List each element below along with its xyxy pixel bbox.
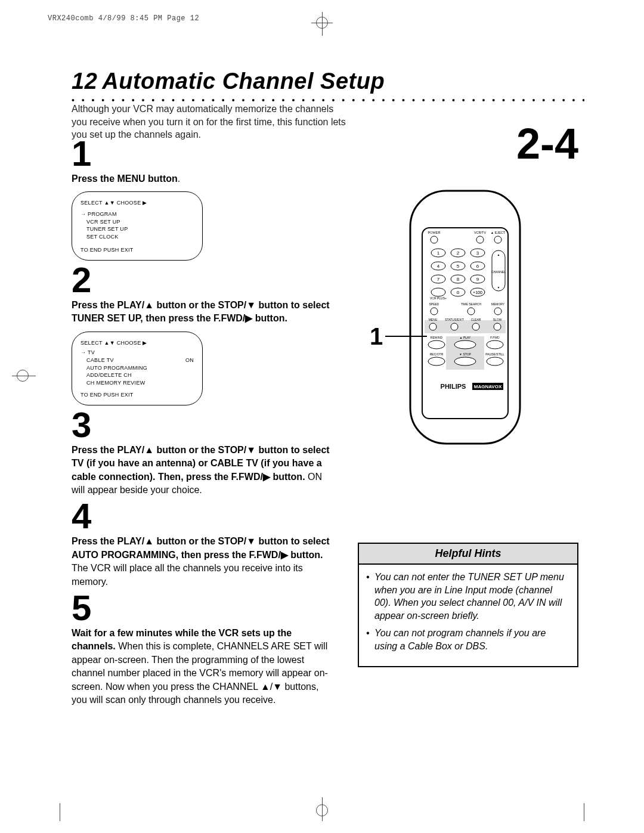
svg-text:▲ EJECT: ▲ EJECT: [491, 231, 506, 234]
svg-text:SPEED: SPEED: [429, 302, 439, 306]
svg-text:PAUSE/STILL: PAUSE/STILL: [485, 352, 504, 356]
osd1-line-program: → PROGRAM: [80, 210, 194, 218]
step-4-number: 4: [72, 500, 334, 532]
step-1-tail: .: [178, 174, 180, 184]
svg-point-58: [428, 357, 445, 366]
page-number: 12: [72, 69, 97, 94]
step-range: 2-4: [370, 119, 578, 168]
svg-point-36: [431, 308, 438, 315]
helpful-hints-title: Helpful Hints: [359, 544, 577, 565]
svg-point-56: [487, 340, 503, 349]
svg-text:+100: +100: [473, 290, 482, 295]
svg-text:9: 9: [476, 277, 479, 282]
osd2-line-autoprog: AUTO PROGRAMMING: [80, 364, 194, 372]
svg-text:REWIND: REWIND: [431, 336, 443, 339]
svg-text:VCR PLUS+: VCR PLUS+: [430, 296, 447, 300]
svg-text:6: 6: [476, 264, 479, 269]
osd2-line-tv: → TV: [80, 349, 194, 357]
svg-text:MEMORY: MEMORY: [491, 302, 505, 306]
svg-text:▼ STOP: ▼ STOP: [459, 352, 472, 356]
osd2-cabletv-label: CABLE TV: [86, 357, 114, 364]
helpful-hints-box: Helpful Hints You can not enter the TUNE…: [358, 543, 578, 667]
step-2-number: 2: [72, 264, 334, 296]
callout-number-1: 1: [370, 323, 383, 350]
osd2-line-cabletv: CABLE TV ON: [80, 357, 194, 364]
step-4-bold: Press the PLAY/▲ button or the STOP/▼ bu…: [72, 536, 330, 559]
svg-text:STATUS/EXIT: STATUS/EXIT: [445, 318, 463, 321]
svg-text:SLOW: SLOW: [493, 318, 502, 321]
svg-text:7: 7: [437, 277, 440, 282]
svg-text:TIME SEARCH: TIME SEARCH: [461, 302, 482, 306]
crop-circle-bottom: [316, 804, 328, 816]
osd1-line-tunersetup: TUNER SET UP: [80, 225, 194, 233]
osd2-line-chmem: CH MEMORY REVIEW: [80, 379, 194, 387]
crop-circle-left: [17, 370, 29, 382]
svg-text:F.FWD: F.FWD: [490, 336, 500, 339]
svg-text:2: 2: [457, 250, 460, 256]
step-1-text: Press the MENU button.: [72, 172, 334, 185]
svg-point-26: [431, 288, 445, 296]
svg-point-40: [494, 308, 501, 315]
svg-text:▲: ▲: [497, 253, 500, 256]
hint-1: You can not enter the TUNER SET UP menu …: [366, 571, 570, 622]
print-header: VRX240comb 4/8/99 8:45 PM Page 12: [48, 14, 199, 23]
remote-svg: POWER VCR/TV ▲ EJECT 1 2 3 4 5 6 7 8: [405, 186, 525, 448]
step-3-text: Press the PLAY/▲ button or the STOP/▼ bu…: [72, 444, 334, 497]
step-3-number: 3: [72, 409, 334, 441]
right-column: 2-4 1 POWER VCR/TV ▲ EJECT 1 2 3: [370, 119, 584, 448]
svg-point-38: [467, 308, 475, 315]
steps-column: 1 Press the MENU button. SELECT ▲▼ CHOOS…: [72, 134, 334, 707]
svg-point-4: [476, 236, 484, 243]
helpful-hints-list: You can not enter the TUNER SET UP menu …: [359, 565, 577, 666]
step-5-number: 5: [72, 592, 334, 624]
osd2-cabletv-value: ON: [185, 357, 194, 364]
remote-control-illustration: 1 POWER VCR/TV ▲ EJECT 1 2 3 4: [405, 186, 525, 448]
svg-point-49: [494, 323, 501, 330]
svg-point-52: [428, 340, 445, 349]
osd1-footer: TO END PUSH EXIT: [80, 246, 194, 254]
crop-mark-bottom-left: [60, 803, 60, 821]
svg-text:REC/OTR: REC/OTR: [430, 352, 444, 356]
osd2-line-adddel: ADD/DELETE CH: [80, 371, 194, 379]
svg-point-45: [451, 323, 458, 330]
svg-point-62: [487, 357, 503, 366]
svg-text:5: 5: [457, 264, 460, 269]
step-4-tail: The VCR will place all the channels you …: [72, 563, 303, 586]
svg-text:VCR/TV: VCR/TV: [474, 231, 487, 234]
svg-text:▲ PLAY: ▲ PLAY: [460, 336, 471, 339]
step-2-bold: Press the PLAY/▲ button or the STOP/▼ bu…: [72, 300, 330, 323]
page-title: 12Automatic Channel Setup: [72, 69, 385, 94]
osd2-footer: TO END PUSH EXIT: [80, 391, 194, 399]
svg-text:▼: ▼: [497, 286, 500, 289]
callout-line-1: [385, 336, 427, 337]
crop-mark-bottom-right: [584, 803, 584, 821]
svg-point-2: [431, 236, 438, 243]
step-3-bold: Press the PLAY/▲ button or the STOP/▼ bu…: [72, 445, 330, 482]
step-5-text: Wait for a few minutes while the VCR set…: [72, 627, 334, 707]
step-2-text: Press the PLAY/▲ button or the STOP/▼ bu…: [72, 299, 334, 326]
svg-text:8: 8: [457, 277, 460, 282]
svg-point-43: [429, 323, 436, 330]
svg-point-6: [494, 236, 501, 243]
svg-text:CLEAR: CLEAR: [471, 318, 481, 321]
osd1-header: SELECT ▲▼ CHOOSE ▶: [80, 199, 194, 207]
svg-text:POWER: POWER: [428, 231, 441, 234]
svg-text:1: 1: [437, 250, 440, 256]
step-1-number: 1: [72, 138, 334, 170]
svg-text:4: 4: [437, 264, 440, 269]
hint-2: You can not program channels if you are …: [366, 627, 570, 652]
svg-text:CHANNEL: CHANNEL: [491, 270, 506, 274]
page-title-text: Automatic Channel Setup: [102, 69, 385, 94]
svg-text:MAGNAVOX: MAGNAVOX: [474, 384, 502, 389]
osd-screen-2: SELECT ▲▼ CHOOSE ▶ → TV CABLE TV ON AUTO…: [72, 332, 203, 405]
svg-point-54: [454, 340, 476, 349]
crop-circle-top: [316, 17, 328, 29]
osd1-line-setclock: SET CLOCK: [80, 233, 194, 241]
svg-text:3: 3: [476, 250, 479, 256]
osd-screen-1: SELECT ▲▼ CHOOSE ▶ → PROGRAM VCR SET UP …: [72, 191, 203, 261]
svg-point-60: [454, 357, 476, 366]
svg-point-47: [472, 323, 479, 330]
step-4-text: Press the PLAY/▲ button or the STOP/▼ bu…: [72, 535, 334, 589]
osd1-line-vcrsetup: VCR SET UP: [80, 218, 194, 226]
osd2-header: SELECT ▲▼ CHOOSE ▶: [80, 339, 194, 347]
